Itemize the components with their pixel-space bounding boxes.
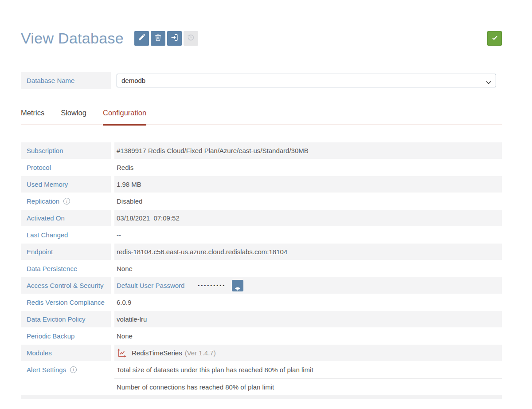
toolbar (134, 31, 198, 46)
database-name-row: Database Name demodb (21, 72, 502, 89)
timeseries-chart-icon (117, 348, 127, 358)
row-alert-settings-2: Number of connections has reached 80% of… (21, 378, 502, 395)
edit-button[interactable] (134, 31, 149, 46)
row-value: -- (114, 227, 502, 243)
row-label: Access Control & Security (21, 277, 111, 294)
backup-history-button (184, 31, 198, 46)
import-button[interactable] (167, 31, 182, 46)
alert-item: Number of connections has reached 80% of… (114, 378, 502, 395)
row-label: Endpoint (21, 244, 111, 260)
page-header: View Database (21, 29, 502, 47)
tab-configuration[interactable]: Configuration (103, 109, 146, 126)
row-modules: Modules RedisTimeSeries (Ver 1.4.7) (21, 345, 502, 361)
check-icon (491, 34, 498, 43)
row-value: 03/18/2021 07:09:52 (114, 210, 502, 226)
row-value: redis-18104.c56.east-us.azure.cloud.redi… (114, 244, 502, 260)
module-name: RedisTimeSeries (132, 349, 182, 357)
configuration-table: Subscription #1389917 Redis Cloud/Fixed … (21, 142, 502, 395)
row-value: Disabled (114, 193, 502, 209)
pencil-icon (138, 34, 145, 43)
row-value: Default User Password ••••••••• (114, 277, 502, 294)
row-access-control: Access Control & Security Default User P… (21, 277, 502, 294)
row-label: Data Eviction Policy (21, 311, 111, 327)
row-value: None (114, 260, 502, 277)
row-protocol: Protocol Redis (21, 159, 502, 176)
masked-password: ••••••••• (198, 283, 226, 288)
default-user-password-label: Default User Password (117, 282, 184, 289)
row-periodic-backup: Periodic Backup None (21, 328, 502, 344)
row-activated-on: Activated On 03/18/2021 07:09:52 (21, 210, 502, 226)
row-label: Replication i (21, 193, 111, 209)
database-select[interactable]: demodb (117, 74, 496, 87)
row-used-memory: Used Memory 1.98 MB (21, 176, 502, 193)
row-subscription: Subscription #1389917 Redis Cloud/Fixed … (21, 142, 502, 159)
delete-button[interactable] (151, 31, 165, 46)
import-icon (171, 34, 178, 43)
tab-metrics[interactable]: Metrics (21, 109, 44, 125)
next-row-partial (21, 395, 502, 399)
reveal-password-button[interactable] (232, 280, 243, 291)
main-content: View Database (21, 29, 502, 399)
row-value: #1389917 Redis Cloud/Fixed Plan/Azure/ea… (114, 142, 502, 159)
row-label: Last Changed (21, 227, 111, 243)
database-select-wrap: demodb (117, 74, 496, 87)
row-value: Redis (114, 159, 502, 176)
row-label: Redis Version Compliance (21, 294, 111, 311)
row-data-eviction-policy: Data Eviction Policy volatile-lru (21, 311, 502, 327)
page-title: View Database (21, 30, 124, 47)
row-label: Alert Settings i (21, 362, 111, 378)
row-label: Data Persistence (21, 260, 111, 277)
row-value: volatile-lru (114, 311, 502, 327)
row-value: None (114, 328, 502, 344)
row-endpoint: Endpoint redis-18104.c56.east-us.azure.c… (21, 244, 502, 260)
info-icon[interactable]: i (70, 366, 77, 373)
row-label: Modules (21, 345, 111, 361)
info-icon[interactable]: i (63, 198, 70, 204)
trash-icon (154, 34, 162, 43)
row-value: RedisTimeSeries (Ver 1.4.7) (114, 345, 502, 361)
tab-bar: Metrics Slowlog Configuration (21, 109, 502, 125)
row-label: Periodic Backup (21, 328, 111, 344)
row-value: 6.0.9 (114, 294, 502, 311)
row-label (21, 378, 111, 395)
database-name-label: Database Name (21, 72, 111, 89)
row-label: Activated On (21, 210, 111, 226)
row-redis-version: Redis Version Compliance 6.0.9 (21, 294, 502, 311)
row-value: 1.98 MB (114, 176, 502, 193)
row-replication: Replication i Disabled (21, 193, 502, 209)
row-last-changed: Last Changed -- (21, 227, 502, 243)
row-data-persistence: Data Persistence None (21, 260, 502, 277)
history-icon (187, 34, 195, 43)
row-label: Subscription (21, 142, 111, 159)
tab-slowlog[interactable]: Slowlog (61, 109, 86, 125)
row-alert-settings: Alert Settings i Total size of datasets … (21, 362, 502, 378)
confirm-button[interactable] (487, 31, 502, 46)
row-label: Protocol (21, 159, 111, 176)
module-version: (Ver 1.4.7) (185, 349, 216, 357)
row-label: Used Memory (21, 176, 111, 193)
alert-item: Total size of datasets under this plan h… (114, 362, 502, 378)
